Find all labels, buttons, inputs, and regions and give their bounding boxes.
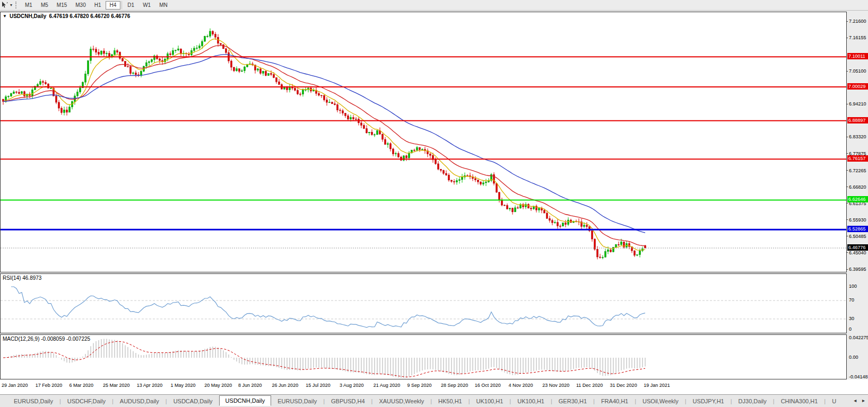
date-axis-label: 3 Aug 2020 (340, 383, 364, 388)
date-axis-label: 11 Dec 2020 (576, 383, 603, 388)
axis-tick-mark (846, 21, 848, 22)
macd-axis-tick: -0.04148 (849, 374, 868, 379)
collapse-triangle-icon[interactable]: ▼ (3, 14, 7, 19)
chart-tab-eurusd-daily[interactable]: EURUSD,Daily (7, 396, 59, 406)
date-axis: 29 Jan 202017 Feb 20206 Mar 202025 Mar 2… (0, 379, 868, 394)
price-axis-tick: 7.16155 (849, 35, 866, 40)
cursor-tool-icon[interactable] (1, 1, 10, 9)
axis-tick-mark (846, 104, 848, 104)
chart-tab-uk100-h1[interactable]: UK100,H1 (470, 396, 510, 406)
chart-tab-hk50-h1[interactable]: HK50,H1 (432, 396, 468, 406)
date-axis-label: 28 Sep 2020 (441, 383, 468, 388)
axis-tick-mark (846, 203, 848, 204)
level-price-tag[interactable]: 6.52865 (847, 226, 868, 232)
date-axis-label: 23 Nov 2020 (542, 383, 569, 388)
toolbar-grip[interactable] (15, 2, 19, 8)
chart-tab-usoil-weekly[interactable]: USOil,Weekly (636, 396, 685, 406)
chart-tab-uk100-h1[interactable]: UK100,H1 (511, 396, 551, 406)
timeframe-button-m5[interactable]: M5 (37, 1, 53, 10)
chart-tab-gbpusd-h4[interactable]: GBPUSD,H4 (325, 396, 371, 406)
chart-tab-bar: EURUSD,Daily|USDCHF,Daily|AUDUSD,Daily|U… (0, 394, 868, 407)
macd-label: MACD(12,26,9) -0.008059 -0.007225 (3, 336, 90, 342)
timeframe-button-w1[interactable]: W1 (138, 1, 155, 10)
date-axis-label: 8 Jun 2020 (238, 383, 262, 388)
rsi-axis-tick: 30 (849, 316, 854, 321)
axis-tick-mark (846, 170, 848, 171)
axis-tick-mark (846, 236, 848, 236)
date-axis-label: 15 Jul 2020 (306, 383, 331, 388)
rsi-axis-tick: 70 (849, 297, 854, 303)
chart-tab-u[interactable]: U (826, 396, 843, 406)
axis-tick-mark (846, 219, 848, 220)
macd-indicator-panel[interactable] (0, 334, 847, 379)
date-axis-label: 17 Feb 2020 (36, 383, 63, 388)
timeframe-button-h1[interactable]: H1 (90, 1, 106, 10)
chart-tab-xauusd-weekly[interactable]: XAUUSD,Weekly (372, 396, 430, 406)
axis-tick-mark (846, 187, 848, 187)
macd-axis-tick: 0.042275 (849, 335, 868, 340)
date-axis-label: 13 Apr 2020 (137, 383, 163, 388)
price-axis-tick: 6.50485 (849, 234, 866, 239)
tab-scroll-arrows[interactable]: ◂ ▸ (854, 397, 867, 403)
chart-ohlc-values: 6.47619 6.47820 6.46720 6.46776 (49, 13, 130, 19)
rsi-axis-tick: 100 (849, 284, 857, 289)
current-price-tag: 6.46776 (847, 244, 868, 251)
axis-tick-mark (846, 38, 848, 38)
price-axis-tick: 6.45040 (849, 250, 866, 255)
chart-tab-dj30-daily[interactable]: DJ30,Daily (732, 396, 773, 406)
candlestick-chart[interactable] (1, 12, 846, 272)
rsi-indicator-panel[interactable] (0, 273, 847, 333)
price-axis-tick: 7.21600 (849, 19, 866, 24)
axis-tick-mark (846, 153, 848, 154)
date-axis-label: 20 May 2020 (204, 383, 232, 388)
chart-tab-usdjpy-h1[interactable]: USDJPY,H1 (687, 396, 731, 406)
timeframe-button-h4[interactable]: H4 (106, 1, 121, 10)
price-axis-tick: 6.39595 (849, 267, 866, 272)
timeframe-button-d1[interactable]: D1 (123, 1, 138, 10)
chart-tab-fra40-h1[interactable]: FRA40,H1 (595, 396, 635, 406)
level-price-tag[interactable]: 6.76157 (847, 155, 868, 162)
rsi-chart (1, 274, 846, 333)
timeframe-button-mn[interactable]: MN (155, 1, 172, 10)
chart-tab-audusd-daily[interactable]: AUDUSD,Daily (114, 396, 166, 406)
level-price-tag[interactable]: 7.10011 (847, 53, 868, 59)
chart-tab-china300-h1[interactable]: CHINA300,H1 (775, 396, 824, 406)
date-axis-label: 1 May 2020 (171, 383, 196, 388)
level-price-tag[interactable]: 6.88897 (847, 117, 868, 123)
price-axis-tick: 6.55930 (849, 217, 866, 223)
chart-title: ▼ USDCNH,Daily 6.47619 6.47820 6.46720 6… (3, 13, 130, 19)
toolbar-separator (121, 1, 122, 9)
timeframe-button-m15[interactable]: M15 (53, 1, 71, 10)
chart-symbol-label: USDCNH,Daily (10, 13, 46, 19)
level-price-tag[interactable]: 7.00029 (847, 83, 868, 90)
date-axis-label: 4 Nov 2020 (509, 383, 533, 388)
axis-tick-mark (846, 137, 848, 137)
date-axis-label: 16 Oct 2020 (475, 383, 501, 388)
date-axis-label: 6 Mar 2020 (69, 383, 93, 388)
price-axis-tick: 7.05100 (849, 68, 866, 74)
price-chart-panel[interactable] (0, 12, 847, 272)
macd-chart (1, 335, 846, 379)
date-axis-label: 21 Aug 2020 (374, 383, 401, 388)
chart-tab-ger30-h1[interactable]: GER30,H1 (552, 396, 593, 406)
timeframe-buttons: M1M5M15M30H1H4D1W1MN (21, 1, 172, 10)
timeframe-button-m1[interactable]: M1 (21, 1, 37, 10)
mt4-window: ▾ M1M5M15M30H1H4D1W1MN ▼ USDCNH,Daily 6.… (0, 0, 868, 407)
date-axis-label: 26 Jun 2020 (272, 383, 299, 388)
price-axis-tick: 6.66820 (849, 184, 866, 190)
axis-tick-mark (846, 252, 848, 253)
price-axis-tick: 6.94210 (849, 101, 866, 107)
chart-tab-usdchf-daily[interactable]: USDCHF,Daily (61, 396, 112, 406)
chevron-down-icon[interactable]: ▾ (10, 3, 12, 7)
chart-tab-usdcad-daily[interactable]: USDCAD,Daily (167, 396, 219, 406)
chart-tab-eurusd-daily[interactable]: EURUSD,Daily (271, 396, 323, 406)
price-axis-tick: 6.72265 (849, 168, 866, 173)
timeframe-toolbar: ▾ M1M5M15M30H1H4D1W1MN (0, 0, 868, 11)
chart-tab-usdcnh-daily[interactable]: USDCNH,Daily (219, 395, 272, 406)
timeframe-button-m30[interactable]: M30 (71, 1, 90, 10)
date-axis-label: 19 Jan 2021 (644, 383, 670, 388)
rsi-label: RSI(14) 46.8973 (3, 275, 41, 281)
rsi-axis-tick: 0 (849, 326, 852, 332)
price-axis: 7.216007.161557.051006.942106.833206.778… (847, 0, 868, 407)
level-price-tag[interactable]: 6.62646 (847, 196, 868, 202)
